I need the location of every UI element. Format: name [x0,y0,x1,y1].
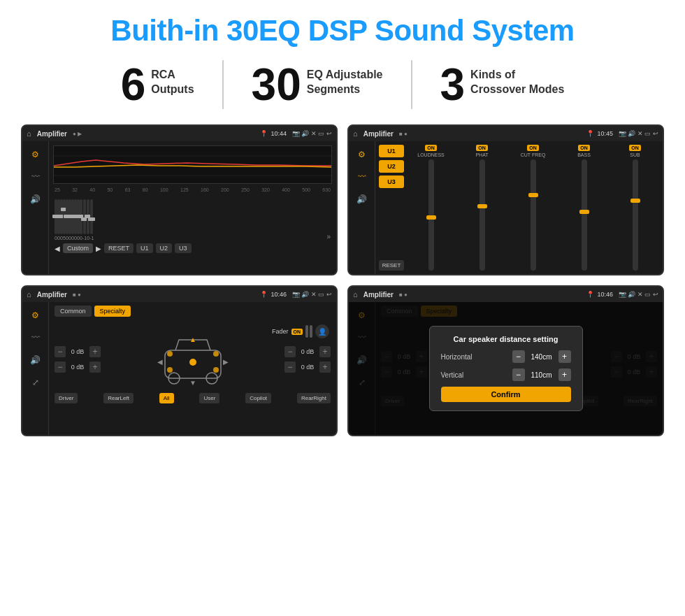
screen-dialog: ⌂ Amplifier ■ ● 📍 10:46 📷 🔊 ✕ ▭ ↩ ⚙ 〰 🔊 … [347,285,664,436]
home-icon[interactable]: ⌂ [27,129,31,138]
screen-amp2: ⌂ Amplifier ■ ● 📍 10:45 📷 🔊 ✕ ▭ ↩ ⚙ 〰 🔊 [347,124,664,275]
bass-thumb[interactable] [579,210,589,214]
eq-sidebar-icon[interactable]: ⚙ [29,147,42,162]
phat-slider[interactable] [480,159,485,271]
location-icon-3: 📍 [260,291,268,298]
home-icon-3[interactable]: ⌂ [27,290,31,299]
speaker-sidebar-icon-3[interactable]: 🔊 [27,352,43,368]
wave-sidebar-icon-2[interactable]: 〰 [355,169,369,185]
fader-slider-2[interactable] [310,325,312,338]
slider-track-10[interactable] [80,199,82,234]
screen3-body: ⚙ 〰 🔊 ⤢ Common Specialty Fader ON [22,302,336,435]
freq-50: 50 [107,187,113,192]
screen-eq: ⌂ Amplifier ● ▶ 📍 10:44 📷 🔊 ✕ ▭ ↩ ⚙ 〰 🔊 [21,124,338,275]
slider-track-13[interactable] [90,199,93,234]
tab-common[interactable]: Common [55,306,92,317]
screen2-body: ⚙ 〰 🔊 U1 U2 U3 RESET [349,141,663,274]
horizontal-minus[interactable]: − [512,350,525,363]
cutfreq-thumb[interactable] [528,193,538,197]
slider-track-12[interactable] [87,199,89,234]
eq-prev-btn[interactable]: ◀ [55,245,60,252]
speaker-sidebar-icon[interactable]: 🔊 [27,192,43,207]
screen4-body: ⚙ 〰 🔊 ⤢ Common Specialty − [349,302,663,435]
tab-specialty[interactable]: Specialty [94,306,131,317]
wave-sidebar-icon[interactable]: 〰 [29,169,43,185]
location-icon-4: 📍 [586,291,594,298]
wave-sidebar-icon-3[interactable]: 〰 [29,330,43,345]
sub-slider[interactable] [633,159,638,271]
page-wrapper: Buith-in 30EQ DSP Sound System 6 RCAOutp… [0,0,685,450]
topbar-icons-4: 📷 🔊 ✕ ▭ ↩ [619,291,658,298]
svg-text:◀: ◀ [157,358,163,366]
bass-slider[interactable] [582,159,587,271]
home-icon-4[interactable]: ⌂ [353,290,358,299]
topbar-icons-3: 📷 🔊 ✕ ▭ ↩ [292,291,332,298]
stat-rca-label: RCAOutputs [151,62,194,97]
confirm-button[interactable]: Confirm [441,387,571,402]
preset-u3[interactable]: U3 [379,176,404,188]
eq-custom-btn[interactable]: Custom [63,243,93,253]
stat-crossover-number: 3 [440,62,466,107]
freq-200: 200 [221,187,229,192]
bass-on[interactable]: ON [578,145,590,151]
reset-btn-small[interactable]: RESET [379,260,404,271]
db-minus-br[interactable]: − [284,361,296,373]
eq-reset-btn[interactable]: RESET [104,243,134,253]
eq-arrows[interactable]: » [326,233,331,241]
phat-on[interactable]: ON [476,145,488,151]
sub-thumb[interactable] [630,199,640,203]
db-plus-br[interactable]: + [319,361,331,373]
topbar-title-3: Amplifier [37,291,67,299]
cutfreq-on[interactable]: ON [527,145,539,151]
eq-u2-btn[interactable]: U2 [156,243,173,253]
db-minus-bl[interactable]: − [55,361,66,373]
slider-thumb-13[interactable] [88,217,95,221]
fader-slider-1[interactable] [305,325,308,338]
preset-u1[interactable]: U1 [379,145,404,157]
all-btn[interactable]: All [159,393,174,403]
fader-knob[interactable]: 👤 [315,324,329,338]
loudness-on[interactable]: ON [425,145,437,151]
sub-on[interactable]: ON [629,145,641,151]
speaker-sidebar-icon-2[interactable]: 🔊 [354,192,370,207]
freq-63: 63 [125,187,131,192]
expand-sidebar-icon-3[interactable]: ⤢ [29,375,42,390]
rearright-btn[interactable]: RearRight [297,393,331,403]
db-minus-tl[interactable]: − [55,346,66,357]
freq-250: 250 [241,187,250,192]
cutfreq-slider[interactable] [531,159,536,271]
eq-u1-btn[interactable]: U1 [136,243,153,253]
stat-crossover: 3 Kinds ofCrossover Modes [412,62,593,107]
screen2-sidebar: ⚙ 〰 🔊 [349,141,375,274]
loudness-thumb[interactable] [426,215,436,220]
eq-next-btn[interactable]: ▶ [96,245,101,252]
home-icon-2[interactable]: ⌂ [353,129,358,138]
preset-u2[interactable]: U2 [379,160,404,173]
freq-100: 100 [160,187,168,192]
db-plus-tl[interactable]: + [89,346,101,357]
phat-thumb[interactable] [477,204,487,208]
rearleft-btn[interactable]: RearLeft [103,393,134,403]
eq-u3-btn[interactable]: U3 [175,243,192,253]
eq-sidebar-icon-2[interactable]: ⚙ [355,147,368,162]
db-control-bottomright: − 0 dB + [284,361,331,373]
eq-sidebar-icon-3[interactable]: ⚙ [29,308,42,323]
left-db-controls: − 0 dB + − 0 dB + [55,346,101,373]
car-visual-area: ▲ ▼ ◀ ▶ [101,329,284,389]
db-plus-tr[interactable]: + [319,346,331,357]
db-plus-bl[interactable]: + [89,361,101,373]
copilot-btn[interactable]: Copilot [245,393,271,403]
db-value-br: 0 dB [298,364,317,371]
vertical-plus[interactable]: + [558,368,571,381]
db-minus-tr[interactable]: − [284,346,296,357]
stats-row: 6 RCAOutputs 30 EQ AdjustableSegments 3 … [21,60,664,109]
vertical-minus[interactable]: − [512,368,525,381]
driver-btn[interactable]: Driver [55,393,78,403]
user-btn[interactable]: User [199,393,219,403]
horizontal-plus[interactable]: + [558,350,571,363]
eq-curve-svg [54,146,331,183]
amp2-channels: ON LOUDNESS ON PHAT [407,145,659,271]
fader-on-badge[interactable]: ON [291,329,303,335]
vertical-value: 110cm [528,371,556,379]
loudness-slider[interactable] [428,159,434,271]
